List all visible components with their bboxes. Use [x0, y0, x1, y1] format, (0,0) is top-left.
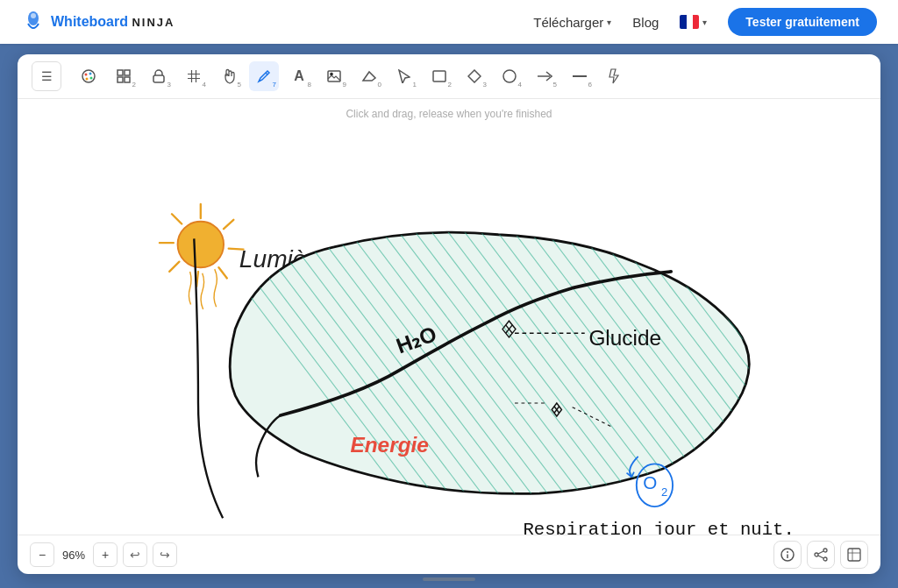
svg-line-24 [224, 220, 233, 229]
svg-rect-14 [433, 71, 445, 81]
logo-icon [21, 10, 46, 34]
tool-arrange[interactable]: 2 [109, 61, 139, 91]
svg-text:Glucide: Glucide [588, 326, 661, 350]
arrow-icon [537, 70, 552, 82]
tool-line[interactable]: 6 [565, 61, 595, 91]
tool-diamond[interactable]: 3 [460, 61, 489, 91]
tool-pen[interactable]: 7 [249, 61, 279, 91]
lock-icon [153, 69, 165, 83]
svg-point-15 [503, 70, 516, 82]
redo-button[interactable]: ↪ [153, 542, 177, 567]
zoom-value: 96% [58, 549, 89, 562]
svg-rect-8 [125, 70, 130, 75]
svg-rect-11 [153, 75, 164, 82]
tool-palette[interactable] [74, 61, 103, 91]
tool-text[interactable]: A 8 [284, 61, 314, 91]
info-button[interactable] [773, 541, 802, 569]
minimap-button[interactable] [840, 541, 868, 569]
canvas-area[interactable]: Click and drag, release when you're fini… [18, 99, 880, 535]
svg-line-78 [818, 556, 823, 558]
tool-circle[interactable]: 4 [495, 61, 524, 91]
svg-point-76 [823, 557, 827, 561]
undo-button[interactable]: ↩ [123, 542, 147, 567]
image-icon [327, 70, 341, 82]
svg-point-1 [31, 13, 36, 18]
svg-point-3 [85, 74, 88, 76]
select-icon [398, 69, 410, 83]
tool-rectangle[interactable]: 2 [424, 61, 454, 91]
bottom-bar: − 96% + ↩ ↪ [18, 535, 880, 574]
pen-icon [257, 69, 271, 83]
formula-icon [608, 68, 622, 84]
svg-text:2: 2 [661, 485, 667, 499]
svg-point-5 [90, 77, 93, 80]
tool-arrow[interactable]: 5 [530, 61, 559, 91]
svg-line-77 [818, 551, 823, 554]
menu-button[interactable]: ☰ [32, 61, 61, 91]
tool-select[interactable]: 1 [389, 61, 419, 91]
tool-image[interactable]: 9 [319, 61, 349, 91]
download-chevron-icon: ▾ [607, 18, 611, 27]
arrange-icon [117, 69, 131, 83]
svg-point-72 [787, 551, 788, 553]
share-button[interactable] [807, 541, 835, 569]
download-link[interactable]: Télécharger ▾ [533, 15, 611, 30]
cta-button[interactable]: Tester gratuitement [728, 8, 877, 36]
toolbar: ☰ 2 [18, 54, 880, 99]
grid-icon [187, 69, 201, 83]
rectangle-icon [432, 70, 446, 82]
line-icon [572, 73, 588, 80]
svg-point-74 [823, 549, 827, 552]
svg-rect-7 [118, 70, 123, 75]
tool-grid[interactable]: 4 [179, 61, 209, 91]
svg-point-4 [89, 73, 92, 75]
language-chevron-icon: ▾ [702, 18, 707, 27]
svg-text:O: O [643, 472, 657, 492]
svg-rect-12 [328, 71, 340, 81]
logo[interactable]: Whiteboard NINJA [21, 10, 175, 34]
minimap-icon [847, 548, 861, 562]
tool-formula[interactable] [600, 61, 630, 91]
app-container: ☰ 2 [18, 54, 880, 574]
tool-lock[interactable]: 3 [144, 61, 174, 91]
tool-eraser[interactable]: 0 [354, 61, 384, 91]
whiteboard-drawing: Lumière CO 2 [18, 99, 880, 535]
zoom-out-button[interactable]: − [30, 542, 54, 567]
svg-line-20 [169, 262, 179, 272]
palette-icon [82, 69, 96, 83]
scroll-indicator [423, 577, 475, 581]
svg-text:Energie: Energie [350, 433, 428, 457]
france-flag-icon [680, 15, 699, 29]
diamond-icon [467, 69, 481, 83]
app-wrapper: ☰ 2 [0, 44, 898, 588]
logo-text: Whiteboard NINJA [51, 14, 175, 30]
bottom-right-buttons [773, 541, 868, 569]
nav-links: Télécharger ▾ Blog ▾ Tester gratuitement [533, 8, 877, 36]
svg-text:Respiration jour et nuit.: Respiration jour et nuit. [523, 520, 794, 535]
tool-hand[interactable]: 5 [214, 61, 244, 91]
svg-rect-9 [118, 77, 123, 82]
svg-point-25 [178, 222, 224, 268]
language-selector[interactable]: ▾ [680, 15, 707, 29]
navbar: Whiteboard NINJA Télécharger ▾ Blog ▾ Te… [0, 0, 898, 44]
blog-link[interactable]: Blog [632, 15, 659, 30]
svg-rect-10 [125, 77, 130, 82]
share-icon [814, 548, 828, 562]
svg-point-2 [82, 70, 95, 82]
zoom-controls: − 96% + [30, 542, 118, 567]
zoom-in-button[interactable]: + [93, 542, 118, 567]
hand-icon [222, 68, 236, 84]
svg-point-6 [86, 78, 89, 81]
svg-point-75 [815, 553, 818, 556]
svg-line-18 [172, 214, 182, 223]
svg-rect-79 [848, 549, 860, 561]
circle-icon [502, 69, 517, 83]
info-icon [780, 548, 795, 562]
svg-line-22 [218, 267, 226, 278]
eraser-icon [361, 70, 377, 82]
